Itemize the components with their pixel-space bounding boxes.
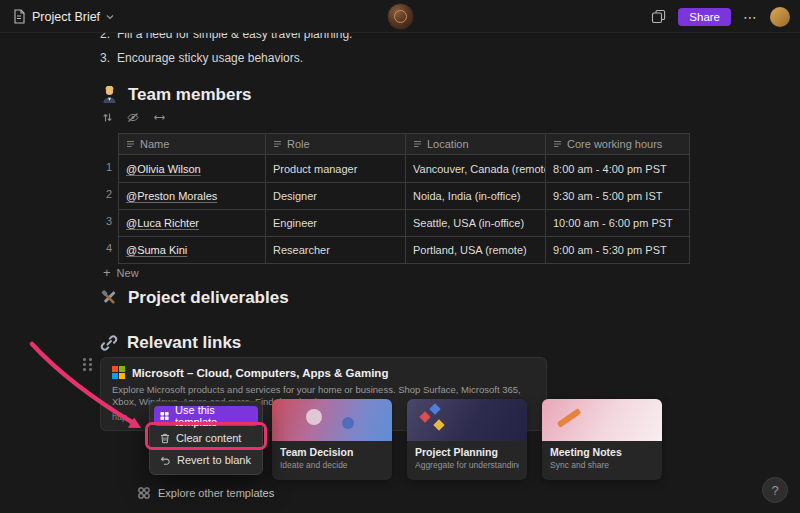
table-row: @Olivia Wilson Product manager Vancouver…	[119, 155, 689, 182]
table-toolbar	[102, 112, 166, 123]
sort-icon[interactable]	[102, 112, 113, 123]
team-members-table: Name Role Location Core working hours @O…	[118, 133, 690, 264]
page-title: Project Brief	[32, 10, 100, 24]
cell-name[interactable]: @Olivia Wilson	[119, 155, 266, 182]
page-icon	[12, 9, 26, 24]
table-row: @Suma Kini Researcher Portland, USA (rem…	[119, 236, 689, 263]
explore-templates-button[interactable]: Explore other templates	[138, 487, 274, 499]
template-thumbnail	[407, 399, 527, 441]
text-property-icon	[553, 140, 562, 148]
column-header-name[interactable]: Name	[119, 134, 266, 154]
table-header-row: Name Role Location Core working hours	[119, 134, 689, 155]
menu-item-revert-blank[interactable]: Revert to blank	[154, 450, 258, 470]
plus-icon: +	[103, 266, 111, 279]
topbar: Project Brief Share ⋯	[0, 0, 800, 33]
cell-role[interactable]: Researcher	[266, 237, 406, 263]
column-header-location[interactable]: Location	[406, 134, 546, 154]
trash-icon	[160, 433, 170, 444]
relevant-links-heading: Relevant links	[100, 333, 241, 353]
more-menu-button[interactable]: ⋯	[743, 10, 758, 24]
template-subtitle: Ideate and decide	[280, 460, 384, 470]
topbar-actions: Share ⋯	[651, 0, 790, 33]
chevron-down-icon[interactable]	[106, 14, 114, 20]
cell-name[interactable]: @Luca Richter	[119, 210, 266, 236]
table-row-numbers: 1 2 3 4	[96, 154, 112, 262]
template-title: Team Decision	[280, 446, 384, 458]
text-property-icon	[413, 140, 422, 148]
resize-width-icon[interactable]	[153, 113, 166, 122]
cell-hours[interactable]: 10:00 am - 6:00 pm PST	[546, 210, 691, 236]
table-row: @Preston Morales Designer Noida, India (…	[119, 182, 689, 209]
share-button[interactable]: Share	[678, 8, 731, 26]
template-title: Meeting Notes	[550, 446, 654, 458]
link-icon	[100, 334, 118, 352]
help-button[interactable]: ?	[762, 477, 788, 503]
user-avatar[interactable]	[770, 7, 790, 27]
template-subtitle: Aggregate for understanding an...	[415, 460, 519, 470]
table-new-row-button[interactable]: + New	[103, 266, 139, 279]
cell-role[interactable]: Product manager	[266, 155, 406, 182]
text-property-icon	[126, 140, 135, 148]
notion-page: Project Brief Share ⋯ 2. Fill a need for…	[0, 0, 800, 513]
column-header-role[interactable]: Role	[266, 134, 406, 154]
cell-location[interactable]: Noida, India (in-office)	[406, 183, 546, 209]
row-number: 3	[96, 208, 112, 235]
copy-pages-icon[interactable]	[651, 9, 666, 24]
column-header-hours[interactable]: Core working hours	[546, 134, 691, 154]
template-card-project-planning[interactable]: Project Planning Aggregate for understan…	[407, 399, 527, 480]
list-marker: 3.	[100, 51, 117, 65]
cell-hours[interactable]: 9:00 am - 5:30 pm PST	[546, 237, 691, 263]
template-context-menu: Use this template Clear content Revert t…	[149, 401, 263, 475]
template-grid-icon	[160, 411, 169, 421]
menu-item-clear-content[interactable]: Clear content	[154, 428, 258, 448]
template-card-meeting-notes[interactable]: Meeting Notes Sync and share	[542, 399, 662, 480]
row-number: 4	[96, 235, 112, 262]
row-number: 2	[96, 181, 112, 208]
cell-location[interactable]: Portland, USA (remote)	[406, 237, 546, 263]
template-subtitle: Sync and share	[550, 460, 654, 470]
template-thumbnail	[542, 399, 662, 441]
menu-item-use-template[interactable]: Use this template	[154, 406, 258, 426]
templates-grid-icon	[138, 487, 150, 499]
cell-location[interactable]: Seattle, USA (in-office)	[406, 210, 546, 236]
cell-role[interactable]: Engineer	[266, 210, 406, 236]
template-card-team-decision[interactable]: Team Decision Ideate and decide	[272, 399, 392, 480]
list-text: Encourage sticky usage behaviors.	[117, 51, 303, 65]
row-number: 1	[96, 154, 112, 181]
cell-hours[interactable]: 9:30 am - 5:00 pm IST	[546, 183, 691, 209]
hide-eye-icon[interactable]	[127, 112, 139, 123]
cell-location[interactable]: Vancouver, Canada (remote)	[406, 155, 546, 182]
cell-name[interactable]: @Preston Morales	[119, 183, 266, 209]
cell-role[interactable]: Designer	[266, 183, 406, 209]
cell-name[interactable]: @Suma Kini	[119, 237, 266, 263]
block-drag-handle[interactable]	[83, 358, 92, 371]
template-title: Project Planning	[415, 446, 519, 458]
link-title: Microsoft – Cloud, Computers, Apps & Gam…	[132, 367, 388, 379]
page-emblem-icon	[387, 3, 414, 30]
deliverables-heading: Project deliverables	[100, 288, 289, 308]
cell-hours[interactable]: 8:00 am - 4:00 pm PST	[546, 155, 691, 182]
revert-icon	[160, 455, 171, 466]
microsoft-logo-icon	[112, 366, 125, 379]
table-row: @Luca Richter Engineer Seattle, USA (in-…	[119, 209, 689, 236]
list-item: 3. Encourage sticky usage behaviors.	[100, 51, 303, 65]
breadcrumb[interactable]: Project Brief	[12, 0, 114, 33]
woman-office-worker-icon	[100, 86, 119, 105]
team-members-heading: Team members	[100, 85, 251, 105]
hammer-wrench-icon	[100, 289, 119, 308]
template-thumbnail	[272, 399, 392, 441]
text-property-icon	[273, 140, 282, 148]
